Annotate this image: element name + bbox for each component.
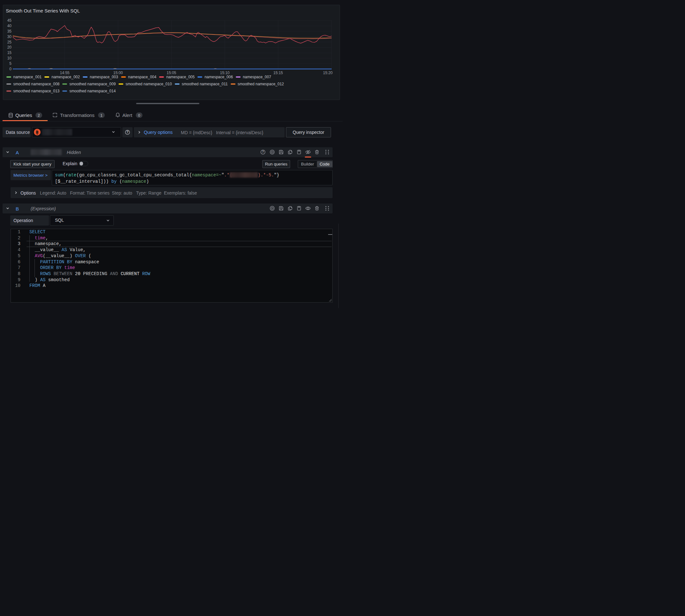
svg-text:5: 5: [9, 61, 12, 66]
svg-text:?: ?: [127, 130, 129, 134]
svg-text:15: 15: [7, 50, 12, 55]
svg-text:?: ?: [262, 150, 264, 154]
svg-text:15:20: 15:20: [323, 71, 333, 75]
svg-text:40: 40: [7, 24, 12, 28]
svg-text:15:15: 15:15: [273, 71, 283, 75]
svg-text:30: 30: [7, 35, 12, 39]
svg-text:10: 10: [7, 56, 12, 60]
svg-text:45: 45: [7, 18, 12, 23]
svg-text:20: 20: [7, 45, 12, 49]
svg-text:25: 25: [7, 40, 12, 44]
svg-text:35: 35: [7, 29, 12, 34]
svg-text:0: 0: [9, 67, 12, 71]
